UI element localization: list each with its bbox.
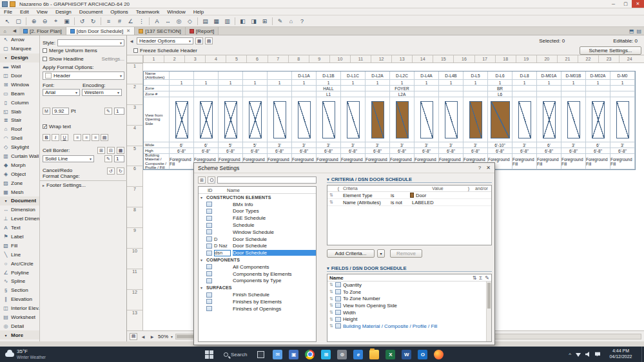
- schedule-column[interactable]: D-M02A 1 6' 6'-8" Foreground Fill: [586, 71, 610, 169]
- toolbox-item[interactable]: ▾ Document: [0, 196, 39, 205]
- toolbox-item[interactable]: ⊥ Level Dimen...: [0, 214, 39, 224]
- schedule-column[interactable]: 1 5' 6'-8" Foreground Fill: [243, 71, 268, 169]
- menu-item[interactable]: File: [0, 9, 16, 15]
- wrap-text-checkbox[interactable]: [43, 124, 47, 129]
- toolbox-item[interactable]: ≣ Stair: [0, 116, 39, 125]
- action-center-icon[interactable]: [595, 352, 600, 357]
- separator[interactable]: [195, 16, 200, 26]
- minimize-button[interactable]: ─: [607, 0, 620, 8]
- menu-item[interactable]: Document: [75, 9, 106, 15]
- tab-back-icon[interactable]: ◀: [10, 27, 19, 35]
- text-icon[interactable]: A: [151, 16, 162, 26]
- pen-icon[interactable]: ✎: [275, 16, 286, 26]
- schedule-column[interactable]: D-M01A 1 6' 6'-8" Foreground Fill: [537, 71, 561, 169]
- separator[interactable]: [147, 16, 151, 26]
- toolbox-item[interactable]: ◆ Morph: [0, 160, 39, 169]
- schedule-column[interactable]: D-L1A 1 3' 6'-8" Foreground Fill: [292, 71, 317, 169]
- schedule-column[interactable]: 1 5' 6'-8" Foreground Fill: [219, 71, 243, 169]
- schedule-icon[interactable]: ▦: [211, 16, 222, 26]
- store-icon[interactable]: ⊞: [321, 350, 331, 359]
- toolbox-item[interactable]: ⚑ Label: [0, 233, 39, 242]
- excel-icon[interactable]: X: [385, 350, 395, 359]
- zoom-in-icon[interactable]: ⊕: [28, 16, 39, 26]
- scheme-list-item[interactable]: BMx Info: [199, 201, 316, 208]
- schedule-column[interactable]: D-L5 1 3' 6'-8" Foreground Fill: [463, 71, 488, 169]
- toolbox-item[interactable]: ◫ Door: [0, 71, 39, 81]
- scheme-search-input[interactable]: [217, 176, 317, 184]
- footer-settings-link[interactable]: Footer Settings...: [46, 182, 86, 188]
- scheme-list-item[interactable]: Components by Elements: [199, 271, 316, 278]
- field-handle-icon[interactable]: ⇅: [329, 317, 333, 322]
- menu-item[interactable]: Window: [163, 9, 189, 15]
- schedule-column[interactable]: D-L4A 1 3' 6'-8" Foreground Fill: [415, 71, 439, 169]
- tab-close-icon[interactable]: ✕: [126, 28, 130, 33]
- schedule-column[interactable]: D-L4B 1 3' 6'-8" Foreground Fill: [439, 71, 463, 169]
- menu-item[interactable]: Design: [52, 9, 75, 15]
- toolbox-item[interactable]: ▭ Beam: [0, 89, 39, 98]
- criteria-table[interactable]: ( Criteria Value ) and/or ⇅ Element Type…: [327, 185, 492, 245]
- zoom-level[interactable]: 50%: [158, 334, 168, 339]
- border-all-icon[interactable]: ⊞: [97, 147, 105, 154]
- toolbox-item[interactable]: ▥ Curtain Wall: [0, 152, 39, 161]
- redo-icon[interactable]: ↻: [88, 16, 99, 26]
- view-tab[interactable]: [dsn Door Schedule] ✕: [66, 27, 135, 35]
- field-row[interactable]: ⇅ Quantity ↓: [327, 281, 491, 289]
- field-row[interactable]: ⇅ Height ↓: [327, 316, 491, 323]
- new-window-icon[interactable]: ⊞: [259, 16, 270, 26]
- task-view-icon[interactable]: [257, 351, 264, 358]
- toolbox-item[interactable]: ▬ Wall: [0, 62, 39, 71]
- field-handle-icon[interactable]: ⇅: [329, 303, 333, 308]
- toolbox-item[interactable]: ▾ Design: [0, 53, 39, 62]
- add-criteria-button[interactable]: Add Criteria...: [327, 249, 375, 258]
- maximize-button[interactable]: ▢: [620, 0, 632, 8]
- toolbox-item[interactable]: ▤ Worksheet: [0, 313, 39, 322]
- settings-button[interactable]: Settings...: [101, 56, 124, 62]
- camera-icon[interactable]: ◎: [173, 16, 184, 26]
- tabbar-option-icon[interactable]: ⬒: [629, 28, 634, 34]
- id-column-header[interactable]: ID: [199, 187, 227, 193]
- criteria-row[interactable]: ⇅ Element Type is Door: [327, 192, 491, 199]
- photos-icon[interactable]: ▣: [289, 350, 298, 359]
- dialog-titlebar[interactable]: Scheme Settings ? ✕: [194, 163, 494, 173]
- edge-icon[interactable]: e: [353, 350, 363, 359]
- word-icon[interactable]: W: [402, 350, 411, 359]
- collapse-icon[interactable]: ▾: [327, 176, 329, 182]
- schedule-column[interactable]: 1 3' 6'-8" Foreground Fill: [268, 71, 292, 169]
- cancel-format-icon[interactable]: ↺: [107, 167, 115, 175]
- toolbox-item[interactable]: ▦ Mesh: [0, 187, 39, 196]
- split-left-icon[interactable]: ◧: [237, 16, 248, 26]
- collapse-icon[interactable]: ▾: [327, 265, 329, 271]
- zoom-out-icon[interactable]: ⊖: [39, 16, 50, 26]
- scheme-list-item[interactable]: D Door Schedule: [199, 236, 316, 243]
- toolbox-item[interactable]: ▢ Marquee: [0, 44, 39, 53]
- scheme-list-item[interactable]: dsn Door Schedule: [199, 249, 316, 256]
- pan-icon[interactable]: ⌖: [50, 16, 61, 26]
- fit-view-icon[interactable]: ▣: [61, 16, 72, 26]
- row-handle-icon[interactable]: ⇅: [327, 200, 335, 205]
- menu-item[interactable]: View: [33, 9, 52, 15]
- remove-criteria-button[interactable]: Remove: [390, 249, 422, 258]
- border-pen-field[interactable]: 1: [114, 155, 124, 162]
- field-row[interactable]: ⇅ Width ↓: [327, 309, 491, 316]
- zoom-dropdown-icon[interactable]: ▾: [171, 334, 173, 339]
- schedule-column[interactable]: D-L6 1 BR L6 6'-10" 6'-8" Foreground Fil…: [488, 71, 512, 169]
- split-cells-icon[interactable]: ▤: [205, 37, 213, 44]
- prev-page-icon[interactable]: ◀: [140, 333, 146, 339]
- field-row[interactable]: ⇅ Building Material / Composite / Profil…: [327, 323, 491, 330]
- redo-format-icon[interactable]: ↻: [117, 167, 124, 175]
- menu-item[interactable]: Options: [106, 9, 132, 15]
- tab-home-icon[interactable]: ⌂: [0, 27, 10, 35]
- collapse-panel-icon[interactable]: ◀: [128, 38, 135, 44]
- view-tab[interactable]: [Report] ✕: [186, 27, 219, 35]
- toolbox-item[interactable]: § Section: [0, 286, 39, 295]
- hidden-icons-chevron[interactable]: ^: [569, 352, 571, 357]
- search-icon[interactable]: [208, 176, 215, 184]
- show-desktop-button[interactable]: [641, 347, 644, 362]
- separator[interactable]: [72, 16, 77, 26]
- toolbox-item[interactable]: A Text: [0, 224, 39, 233]
- schedule-column[interactable]: D-M01B 1 3' 6'-8" Foreground Fill: [561, 71, 586, 169]
- toolbox-item[interactable]: ∠ Polyline: [0, 268, 39, 277]
- layers-icon[interactable]: ≡: [103, 16, 114, 26]
- sort-icon[interactable]: ⇅: [473, 275, 477, 281]
- scheme-list-item[interactable]: ▾ SURFACES: [199, 284, 316, 291]
